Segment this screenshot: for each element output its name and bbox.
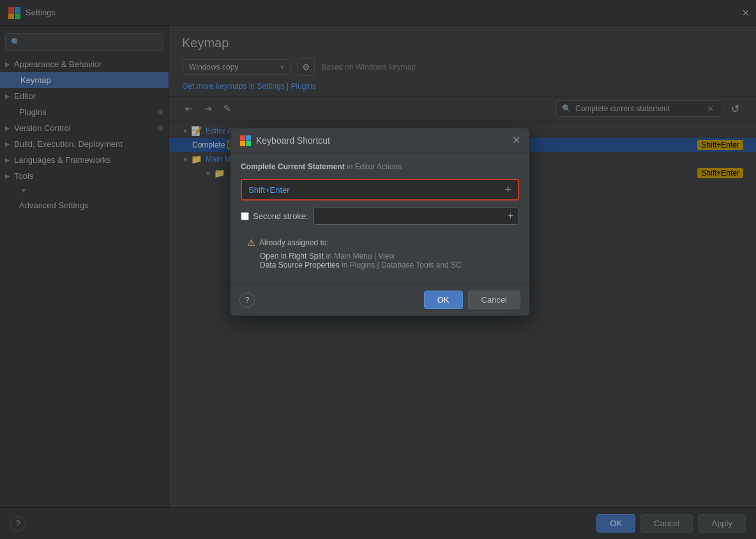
dialog-action-name: Complete Current Statement (241, 162, 345, 171)
dialog-logo-icon (239, 135, 251, 146)
warning-section: ⚠ Already assigned to: Open in Right Spl… (241, 232, 519, 275)
dialog-title: Keyboard Shortcut (256, 135, 507, 146)
shortcut-value: Shift+Enter (248, 185, 504, 195)
dialog-subtitle: Complete Current Statement in Editor Act… (241, 162, 519, 171)
warning-title-text: Already assigned to: (259, 238, 329, 247)
warning-item-name: Data Source Properties (260, 261, 342, 270)
second-stroke-label: Second stroke: (253, 211, 308, 221)
second-stroke-field[interactable]: + (314, 207, 519, 225)
dialog-help-button[interactable]: ? (239, 292, 255, 308)
shortcut-field[interactable]: Shift+Enter + (241, 179, 519, 201)
dialog-body: Complete Current Statement in Editor Act… (231, 153, 529, 284)
dialog-footer: ? OK Cancel (231, 284, 529, 315)
second-stroke-checkbox-container: Second stroke: (241, 211, 308, 221)
warning-items-list: Open in Right Split in Main Menu | View … (247, 252, 513, 270)
svg-rect-7 (246, 141, 251, 146)
warning-item-name: Open in Right Split (260, 252, 326, 261)
shortcut-add-icon[interactable]: + (504, 183, 511, 197)
keyboard-shortcut-dialog: Keyboard Shortcut ✕ Complete Current Sta… (230, 128, 530, 316)
dialog-header: Keyboard Shortcut ✕ (231, 128, 529, 153)
second-stroke-add-icon[interactable]: + (508, 210, 513, 222)
dialog-ok-button[interactable]: OK (424, 291, 463, 309)
dialog-backdrop: Keyboard Shortcut ✕ Complete Current Sta… (0, 0, 756, 539)
svg-rect-5 (246, 135, 251, 140)
second-stroke-row: Second stroke: + (241, 207, 519, 225)
svg-rect-6 (240, 141, 245, 146)
warning-item-context: in Main Menu | View (326, 252, 395, 261)
warning-item-context: in Plugins | Database Tools and SC (342, 261, 462, 270)
second-stroke-checkbox[interactable] (241, 212, 249, 220)
warning-icon: ⚠ (247, 238, 255, 248)
dialog-close-button[interactable]: ✕ (512, 135, 520, 146)
warning-item-1: Data Source Properties in Plugins | Data… (260, 261, 513, 270)
warning-item-0: Open in Right Split in Main Menu | View (260, 252, 513, 261)
warning-scroll-area[interactable]: Open in Right Split in Main Menu | View … (247, 252, 513, 270)
dialog-cancel-button[interactable]: Cancel (468, 291, 520, 309)
svg-rect-4 (240, 135, 245, 140)
dialog-context-text: in Editor Actions (347, 162, 402, 171)
warning-title-row: ⚠ Already assigned to: (247, 238, 513, 248)
